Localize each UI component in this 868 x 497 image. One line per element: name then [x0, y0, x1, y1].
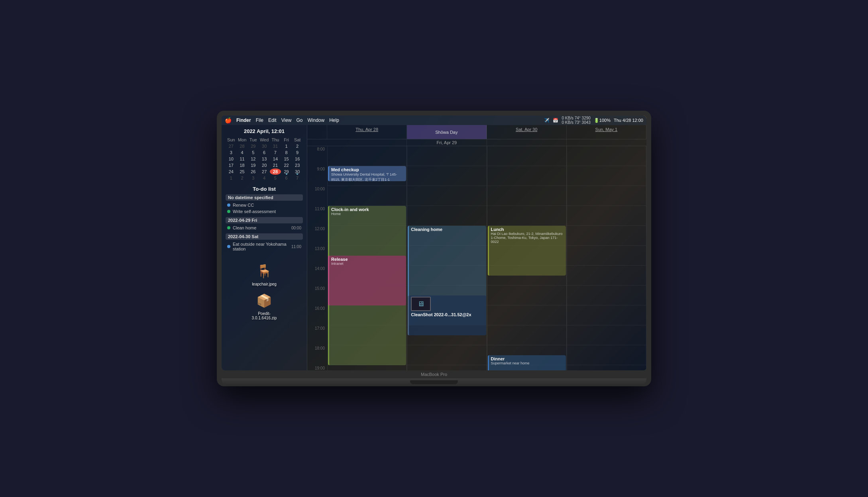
todo-item[interactable]: Eat outside near Yokohama station11:00	[226, 241, 303, 252]
time-labels: 8:009:0010:0011:0012:0013:0014:0015:0016…	[307, 146, 327, 370]
mini-cal-day[interactable]: 3	[248, 175, 259, 181]
mini-cal-day[interactable]: 29	[281, 168, 292, 175]
mini-cal-day[interactable]: 29	[248, 143, 259, 149]
todo-item[interactable]: Clean home00:00	[226, 225, 303, 231]
day-header-thu: Thu	[270, 137, 281, 143]
mini-cal-day[interactable]: 12	[248, 156, 259, 162]
mini-cal-day[interactable]: 23	[292, 162, 303, 168]
hour-line	[407, 166, 486, 186]
cal-col-header-0[interactable]: Thu, Apr 28	[327, 125, 407, 139]
hour-line	[487, 305, 566, 325]
help-menu[interactable]: Help	[329, 117, 339, 123]
mini-cal-day[interactable]: 7	[292, 175, 303, 181]
mini-cal-day[interactable]: 25	[237, 168, 248, 175]
col0-day-label	[327, 139, 407, 146]
calendar-event[interactable]: LunchHai Di Lao Ikebukuro, 21-2, Minamii…	[488, 226, 566, 276]
battery-icon: 🔋100%	[594, 118, 611, 123]
col2-day-name: Sat, Apr 30	[516, 127, 537, 132]
nav-icon: ✈️	[544, 118, 550, 123]
calendar-body[interactable]: 8:009:0010:0011:0012:0013:0014:0015:0016…	[307, 146, 646, 370]
file-leapchair[interactable]: 🪑 leapchair.jpeg	[226, 262, 303, 286]
mini-cal-day[interactable]: 7	[270, 149, 281, 156]
mini-cal-day[interactable]: 28	[237, 143, 248, 149]
mini-cal-day[interactable]: 1	[226, 175, 237, 181]
mini-cal-day[interactable]: 18	[237, 162, 248, 168]
mini-cal-day[interactable]: 10	[226, 156, 237, 162]
stats-text: 0 KB/s 74° 32900 KB/s 73° 3043	[562, 116, 590, 125]
file-menu[interactable]: File	[256, 117, 263, 123]
time-label: 8:00	[307, 146, 327, 166]
time-label: 17:00	[307, 325, 327, 345]
day-header-sat: Sat	[292, 137, 303, 143]
mini-cal-day[interactable]: 17	[226, 162, 237, 168]
time-label: 14:00	[307, 266, 327, 286]
mini-cal-day[interactable]: 24	[226, 168, 237, 175]
mini-cal-day[interactable]: 22	[281, 162, 292, 168]
mini-cal-day[interactable]: 6	[259, 149, 270, 156]
mini-cal-day[interactable]: 4	[259, 175, 270, 181]
time-gutter-header	[307, 125, 327, 139]
mini-cal-day[interactable]: 8	[281, 149, 292, 156]
mini-cal-day[interactable]: 30	[259, 143, 270, 149]
view-menu[interactable]: View	[281, 117, 292, 123]
mini-cal-day[interactable]: 27	[259, 168, 270, 175]
hour-line	[567, 206, 646, 226]
calendar-dot	[297, 173, 298, 175]
col1-day-label: Fri, Apr 29	[407, 139, 487, 146]
col0-day-name: Thu, Apr 28	[355, 127, 378, 132]
mini-cal-day[interactable]: 9	[292, 149, 303, 156]
hour-line	[487, 186, 566, 206]
calendar-event[interactable]: 🖥CleanShot 2022-0...31.52@2x	[408, 295, 486, 335]
mini-cal-day[interactable]: 13	[259, 156, 270, 162]
cal-day-row: Fri, Apr 29	[307, 139, 646, 146]
mini-cal-day[interactable]: 14	[270, 156, 281, 162]
mini-cal-day[interactable]: 15	[281, 156, 292, 162]
screen: 🍎 Finder File Edit View Go Window Help ✈…	[222, 115, 646, 370]
mini-cal-day[interactable]: 5	[270, 175, 281, 181]
finder-menu[interactable]: Finder	[236, 117, 251, 123]
calendar-event[interactable]: Med checkupShowa University Dental Hospi…	[328, 166, 406, 181]
mini-cal-day[interactable]: 27	[226, 143, 237, 149]
mini-calendar-grid: Sun Mon Tue Wed Thu Fri Sat 272829303112…	[226, 137, 303, 181]
macbook-label: MacBook Pro	[222, 370, 646, 378]
cal-col-header-3[interactable]: Sun, May 1	[567, 125, 646, 139]
col3-day-label	[567, 139, 646, 146]
mini-cal-day[interactable]: 2	[292, 143, 303, 149]
mini-cal-day[interactable]: 16	[292, 156, 303, 162]
time-label: 13:00	[307, 246, 327, 266]
mini-cal-day[interactable]: 11	[237, 156, 248, 162]
todo-item[interactable]: Write self-assessment	[226, 208, 303, 215]
calendar-event[interactable]: DinnerSupermarket near home	[488, 355, 566, 370]
mini-cal-day[interactable]: 3	[226, 149, 237, 156]
macbook-base	[222, 378, 646, 386]
window-menu[interactable]: Window	[308, 117, 325, 123]
time-label: 15:00	[307, 286, 327, 305]
mini-cal-day[interactable]: 2	[237, 175, 248, 181]
mini-cal-day[interactable]: 31	[270, 143, 281, 149]
todo-dot	[227, 226, 230, 229]
day-header-tue: Tue	[248, 137, 259, 143]
mini-cal-day[interactable]: 28	[270, 168, 281, 175]
todo-text: Renew CC	[233, 203, 254, 207]
mini-cal-day[interactable]: 1	[281, 143, 292, 149]
mini-cal-day[interactable]: 26	[248, 168, 259, 175]
file-poedit[interactable]: 📦 Poedit-3.0.1.6416.zip	[226, 291, 303, 320]
mini-cal-day[interactable]: 21	[270, 162, 281, 168]
mini-cal-day[interactable]: 20	[259, 162, 270, 168]
calendar-event[interactable]: ReleaseIntranet	[328, 256, 406, 305]
todo-section: To-do list No datetime specifiedRenew CC…	[222, 184, 307, 254]
event-title: Cleaning home	[411, 227, 484, 232]
cal-col-header-2[interactable]: Sat, Apr 30	[487, 125, 567, 139]
edit-menu[interactable]: Edit	[268, 117, 277, 123]
mini-cal-day[interactable]: 19	[248, 162, 259, 168]
go-menu[interactable]: Go	[297, 117, 303, 123]
apple-menu[interactable]: 🍎	[225, 117, 232, 123]
day-header-mon: Mon	[237, 137, 248, 143]
mini-cal-day[interactable]: 6	[281, 175, 292, 181]
mini-cal-day[interactable]: 30	[292, 168, 303, 175]
sidebar-panel: 2022 April, 12:01 Sun Mon Tue Wed Thu Fr…	[222, 125, 307, 370]
todo-item[interactable]: Renew CC	[226, 202, 303, 208]
mini-cal-day[interactable]: 5	[248, 149, 259, 156]
mini-cal-day[interactable]: 4	[237, 149, 248, 156]
file-poedit-icon: 📦	[255, 291, 274, 310]
